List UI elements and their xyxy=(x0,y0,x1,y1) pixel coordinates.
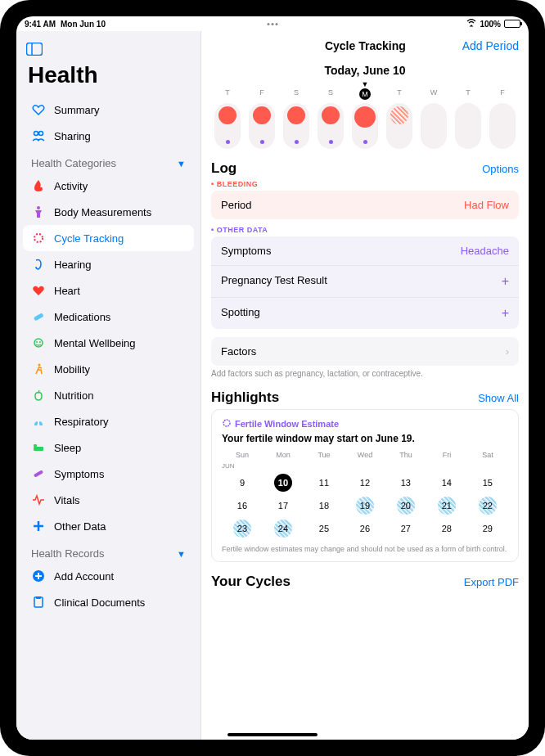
fertile-window-card[interactable]: Fertile Window Estimate Your fertile win… xyxy=(211,409,519,562)
cal-day-number: 21 xyxy=(438,497,456,515)
cycle-dot xyxy=(322,106,340,124)
chevron-down-icon[interactable]: ▼ xyxy=(177,549,186,559)
cycle-day[interactable] xyxy=(283,103,309,149)
sidebar-item-clinical-documents[interactable]: Clinical Documents xyxy=(23,589,194,615)
symptom-dot xyxy=(501,140,505,144)
sidebar-title: Health xyxy=(23,61,194,97)
sidebar-item-hearing[interactable]: Hearing xyxy=(23,251,194,277)
cal-day[interactable]: 18 xyxy=(304,494,345,517)
cycle-dot xyxy=(390,106,408,124)
sidebar-toggle-icon[interactable] xyxy=(26,43,43,56)
sidebar-item-add-account[interactable]: Add Account xyxy=(23,563,194,589)
log-options-button[interactable]: Options xyxy=(482,163,519,175)
sidebar-item-summary[interactable]: Summary xyxy=(23,97,194,123)
cycle-day[interactable] xyxy=(421,103,447,149)
home-indicator[interactable] xyxy=(227,733,318,736)
cal-month: JUN xyxy=(222,462,508,470)
add-period-button[interactable]: Add Period xyxy=(462,39,519,52)
cal-day[interactable]: 29 xyxy=(467,517,508,540)
plus-icon: + xyxy=(502,306,509,321)
cal-day[interactable]: 11 xyxy=(304,471,345,494)
ear-icon xyxy=(31,257,46,272)
pills-icon xyxy=(31,309,46,324)
svg-rect-16 xyxy=(36,596,41,599)
cal-day[interactable]: 20 xyxy=(385,494,426,517)
sidebar-item-label: Sleep xyxy=(54,442,81,454)
svg-point-17 xyxy=(223,420,230,426)
sidebar-item-label: Other Data xyxy=(54,520,106,533)
sidebar-item-mobility[interactable]: Mobility xyxy=(23,356,194,382)
export-pdf-button[interactable]: Export PDF xyxy=(464,576,519,588)
cycle-day[interactable] xyxy=(214,103,241,149)
page-title: Cycle Tracking xyxy=(268,39,462,52)
sidebar-item-vitals[interactable]: Vitals xyxy=(23,487,194,513)
show-all-button[interactable]: Show All xyxy=(478,392,519,404)
sidebar-item-activity[interactable]: Activity xyxy=(23,173,194,199)
cal-day[interactable]: 15 xyxy=(467,471,508,494)
sidebar-item-label: Mental Wellbeing xyxy=(54,337,135,349)
cycle-dot xyxy=(493,106,511,124)
symptom-dot xyxy=(363,140,367,144)
log-row-spotting[interactable]: Spotting+ xyxy=(211,298,519,329)
cal-day-number: 14 xyxy=(438,474,456,492)
cal-day[interactable]: 13 xyxy=(385,471,426,494)
cycle-icon xyxy=(31,231,46,245)
cycle-day[interactable] xyxy=(352,103,378,149)
status-bar: 9:41 AM Mon Jun 10 100% xyxy=(16,16,529,31)
cal-day-number: 25 xyxy=(315,520,333,538)
multitask-dots[interactable] xyxy=(268,23,278,25)
cal-day-number: 12 xyxy=(356,474,374,492)
cal-day[interactable]: 21 xyxy=(426,494,467,517)
cycle-dot xyxy=(287,106,305,124)
log-row-symptoms[interactable]: SymptomsHeadache xyxy=(211,236,519,266)
cycle-day[interactable] xyxy=(249,103,275,149)
fertile-label: Fertile Window Estimate xyxy=(235,419,339,429)
cal-day[interactable]: 26 xyxy=(345,517,385,540)
today-marker-icon: ▼ xyxy=(211,80,519,88)
log-row-pregnancy-test-result[interactable]: Pregnancy Test Result+ xyxy=(211,266,519,298)
cal-day[interactable]: 28 xyxy=(426,517,467,540)
cycle-icon xyxy=(222,418,232,430)
svg-point-4 xyxy=(37,206,40,209)
sidebar-item-medications[interactable]: Medications xyxy=(23,304,194,330)
cal-day[interactable]: 22 xyxy=(467,494,508,517)
sidebar-item-respiratory[interactable]: Respiratory xyxy=(23,408,194,434)
vitals-icon xyxy=(31,493,46,507)
cal-day[interactable]: 24 xyxy=(263,517,304,540)
cal-day[interactable]: 23 xyxy=(222,517,263,540)
sidebar-item-sleep[interactable]: Sleep xyxy=(23,434,194,461)
cycle-day[interactable] xyxy=(318,103,344,149)
period-row[interactable]: Period Had Flow xyxy=(211,191,519,219)
factors-row[interactable]: Factors › xyxy=(211,337,519,366)
factors-hint: Add factors such as pregnancy, lactation… xyxy=(211,369,519,378)
cycle-day[interactable] xyxy=(489,103,516,149)
cal-day-number: 17 xyxy=(274,497,292,515)
sidebar-item-mental-wellbeing[interactable]: Mental Wellbeing xyxy=(23,330,194,356)
sidebar-item-nutrition[interactable]: Nutrition xyxy=(23,382,194,408)
sidebar-item-cycle-tracking[interactable]: Cycle Tracking xyxy=(23,225,194,251)
cal-day[interactable]: 9 xyxy=(222,471,263,494)
cycle-day[interactable] xyxy=(386,103,412,149)
weekday-label: M xyxy=(359,88,371,100)
sidebar-item-body-measurements[interactable]: Body Measurements xyxy=(23,199,194,225)
cal-day[interactable]: 27 xyxy=(385,517,426,540)
chevron-down-icon[interactable]: ▼ xyxy=(177,159,186,169)
sidebar-item-label: Hearing xyxy=(54,259,92,271)
sidebar-item-symptoms[interactable]: Symptoms xyxy=(23,461,194,487)
cal-day[interactable]: 25 xyxy=(304,517,345,540)
sidebar-item-sharing[interactable]: Sharing xyxy=(23,123,194,149)
cal-day[interactable]: 10 xyxy=(263,471,304,494)
cal-day[interactable]: 19 xyxy=(345,494,385,517)
cycle-day[interactable] xyxy=(455,103,481,149)
cycle-dot xyxy=(459,106,477,124)
cal-day[interactable]: 17 xyxy=(263,494,304,517)
sidebar-item-heart[interactable]: Heart xyxy=(23,277,194,304)
people-icon xyxy=(31,128,46,143)
sidebar-item-label: Nutrition xyxy=(54,389,93,402)
cal-day[interactable]: 16 xyxy=(222,494,263,517)
highlights-title: Highlights xyxy=(211,389,279,406)
sidebar-item-label: Body Measurements xyxy=(54,206,151,218)
cal-day[interactable]: 14 xyxy=(426,471,467,494)
cal-day[interactable]: 12 xyxy=(345,471,385,494)
sidebar-item-other-data[interactable]: Other Data xyxy=(23,513,194,539)
